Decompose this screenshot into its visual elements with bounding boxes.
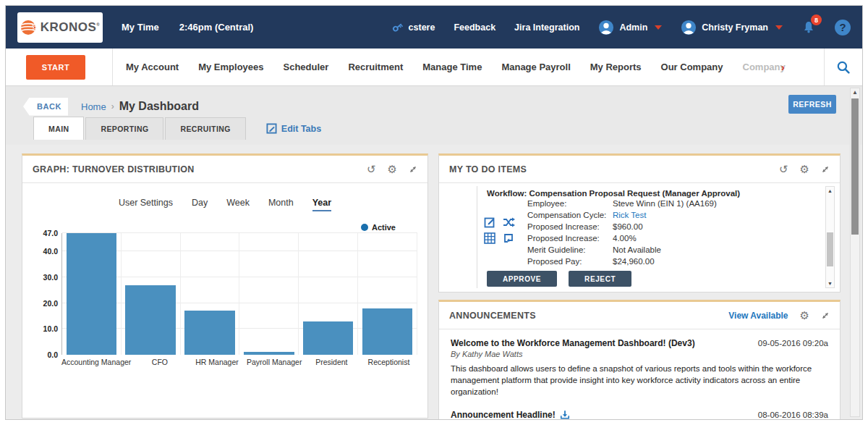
- y-axis-tick: 20.0: [30, 299, 58, 308]
- impersonation-username: cstere: [409, 22, 435, 33]
- announcement-head: Welcome to the Workforce Management Dash…: [451, 338, 828, 348]
- user-menu[interactable]: Christy Fryman: [681, 20, 783, 35]
- breadcrumb-separator: ›: [111, 101, 114, 111]
- back-button[interactable]: BACK: [23, 98, 68, 116]
- reassign-loop-icon[interactable]: [503, 232, 517, 244]
- field-value: $960.00: [613, 221, 643, 232]
- todo-body: Workflow: Compensation Proposal Request …: [439, 183, 840, 291]
- scroll-up-icon[interactable]: ▲: [826, 188, 834, 193]
- tab-reporting[interactable]: REPORTING: [85, 117, 163, 140]
- nav-item-company[interactable]: Company: [743, 62, 786, 72]
- nav-more-arrow[interactable]: ›: [781, 61, 785, 73]
- edit-tabs-button[interactable]: Edit Tabs: [266, 123, 321, 134]
- jira-integration-link[interactable]: Jira Integration: [514, 22, 579, 33]
- chart-control-year[interactable]: Year: [312, 198, 331, 211]
- nav-item-my-employees[interactable]: My Employees: [198, 62, 263, 72]
- chart-bar[interactable]: [67, 233, 117, 355]
- download-icon[interactable]: [560, 410, 570, 420]
- chart-bar[interactable]: [184, 311, 235, 355]
- chart-slot: [358, 233, 417, 355]
- my-time-label[interactable]: My Time: [122, 22, 159, 33]
- chart-bar[interactable]: [362, 308, 413, 355]
- clock-text: 2:46pm (Central): [179, 22, 254, 33]
- approve-button[interactable]: APPROVE: [487, 271, 557, 287]
- announcement-date: 09-05-2016 09:20a: [758, 339, 828, 348]
- table-view-icon[interactable]: [484, 232, 498, 244]
- chart-control-day[interactable]: Day: [192, 198, 208, 211]
- notifications-button[interactable]: 8: [801, 20, 816, 35]
- nav-item-manage-time[interactable]: Manage Time: [422, 62, 482, 72]
- y-axis-tick: 0.0: [30, 350, 58, 359]
- announcements-list: Welcome to the Workforce Management Dash…: [439, 329, 840, 420]
- nav-item-recruitment[interactable]: Recruitment: [348, 62, 403, 72]
- todo-action-icons: [484, 216, 517, 244]
- refresh-icon[interactable]: ↺: [779, 164, 788, 174]
- todo-panel-title: MY TO DO ITEMS: [449, 164, 527, 174]
- admin-avatar-icon: [598, 20, 614, 35]
- kronos-logo[interactable]: KRONOS®: [17, 12, 103, 43]
- dashboard-content: GRAPH: TURNOVER DISTRIBUTION ↺ ⚙ User Se…: [6, 145, 862, 420]
- chart-slot: [181, 233, 240, 355]
- chart-bar[interactable]: [125, 285, 176, 355]
- todo-panel: MY TO DO ITEMS ↺ ⚙ Workflow: Compensat: [438, 153, 841, 293]
- field-label: Proposed Increase:: [527, 221, 613, 232]
- expand-icon[interactable]: [821, 165, 830, 174]
- nav-item-scheduler[interactable]: Scheduler: [284, 62, 329, 72]
- announcement-item: Welcome to the Workforce Management Dash…: [451, 338, 828, 398]
- chart-control-week[interactable]: Week: [226, 198, 250, 211]
- impersonation-user[interactable]: cstere: [391, 21, 435, 33]
- field-value: Not Available: [613, 244, 661, 256]
- nav-item-my-account[interactable]: My Account: [126, 62, 179, 72]
- chart-control-month[interactable]: Month: [268, 198, 294, 211]
- nav-item-our-company[interactable]: Our Company: [661, 62, 723, 72]
- chart-slot: [239, 233, 299, 355]
- delegate-shuffle-icon[interactable]: [503, 216, 517, 228]
- scroll-up-icon[interactable]: ▲: [851, 89, 859, 96]
- gear-icon[interactable]: ⚙: [388, 164, 397, 174]
- todo-field-row: Employee:Steve Winn (EIN 1) (AA169): [527, 198, 818, 209]
- gear-icon[interactable]: ⚙: [800, 310, 809, 321]
- todo-panel-header: MY TO DO ITEMS ↺ ⚙: [439, 156, 840, 183]
- app-frame: KRONOS® My Time 2:46pm (Central) cstere …: [5, 5, 863, 420]
- y-axis-tick: 30.0: [30, 273, 58, 282]
- search-button[interactable]: [825, 60, 862, 75]
- scroll-down-icon[interactable]: ▼: [826, 281, 834, 286]
- field-value[interactable]: Rick Test: [613, 209, 646, 221]
- page-scroll-thumb[interactable]: [851, 98, 859, 235]
- view-available-link[interactable]: View Available: [728, 311, 788, 321]
- chart-bar[interactable]: [244, 352, 294, 355]
- help-button[interactable]: ?: [835, 20, 851, 35]
- refresh-button[interactable]: REFRESH: [788, 95, 836, 114]
- nav-item-my-reports[interactable]: My Reports: [590, 62, 642, 72]
- todo-scrollbar[interactable]: ▲ ▼: [825, 186, 835, 288]
- breadcrumb-home-link[interactable]: Home: [81, 101, 106, 112]
- todo-field-row: Proposed Increase:4.00%: [527, 232, 818, 244]
- chart-control-user-settings[interactable]: User Settings: [119, 198, 173, 211]
- nav-item-manage-payroll[interactable]: Manage Payroll: [501, 62, 570, 72]
- field-value: $24,960.00: [613, 256, 655, 267]
- todo-scroll-thumb[interactable]: [827, 232, 833, 266]
- tab-recruiting[interactable]: RECRUITING: [165, 117, 245, 140]
- reject-button[interactable]: REJECT: [569, 271, 631, 287]
- search-icon: [836, 60, 851, 75]
- feedback-link[interactable]: Feedback: [454, 22, 495, 33]
- refresh-icon[interactable]: ↺: [367, 164, 376, 174]
- chart-bar[interactable]: [303, 321, 354, 355]
- expand-icon[interactable]: [821, 311, 830, 320]
- field-value: 4.00%: [613, 232, 637, 244]
- user-name-label: Christy Fryman: [702, 22, 768, 33]
- gear-icon[interactable]: ⚙: [800, 164, 809, 174]
- page-scrollbar[interactable]: ▲: [850, 88, 860, 417]
- start-button[interactable]: START: [26, 55, 85, 80]
- announcements-panel: ANNOUNCEMENTS View Available ⚙ Welcome t…: [438, 300, 841, 420]
- admin-menu[interactable]: Admin: [598, 20, 662, 35]
- expand-icon[interactable]: [409, 165, 417, 174]
- todo-divider: [477, 186, 477, 288]
- announcement-title: Welcome to the Workforce Management Dash…: [451, 338, 695, 348]
- edit-item-icon[interactable]: [484, 216, 498, 228]
- legend-label: Active: [372, 223, 396, 232]
- top-bar: KRONOS® My Time 2:46pm (Central) cstere …: [6, 6, 862, 49]
- graph-panel-header: GRAPH: TURNOVER DISTRIBUTION ↺ ⚙: [22, 156, 427, 183]
- start-cell: START: [6, 49, 113, 85]
- tab-main[interactable]: MAIN: [33, 117, 84, 140]
